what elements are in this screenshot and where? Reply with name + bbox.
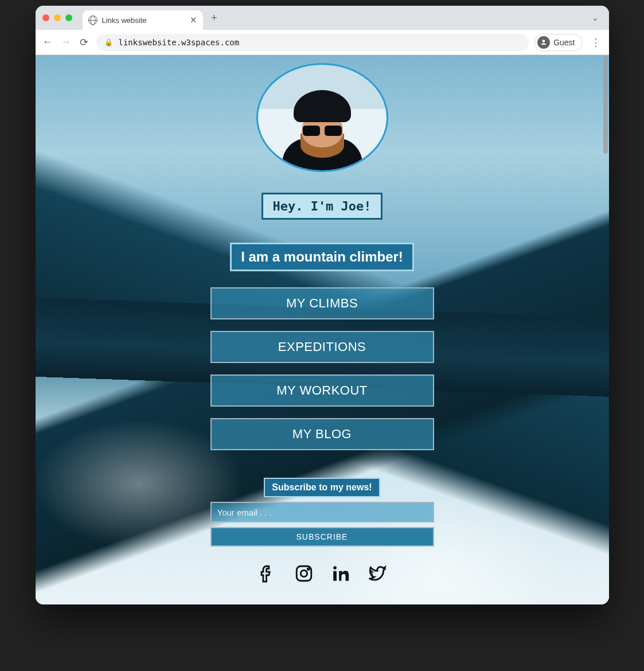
greeting-text: Hey. I'm Joe! — [272, 199, 371, 213]
close-tab-icon[interactable]: ✕ — [190, 15, 197, 25]
twitter-link[interactable] — [368, 564, 387, 586]
subscribe-section: Subscribe to my news! SUBSCRIBE — [210, 478, 434, 547]
linkedin-icon — [331, 564, 350, 583]
facebook-link[interactable] — [257, 564, 277, 586]
profile-chip[interactable]: Guest — [534, 34, 582, 51]
lock-icon: 🔒 — [104, 38, 113, 46]
svg-point-1 — [300, 570, 307, 576]
instagram-link[interactable] — [294, 564, 314, 586]
browser-tab[interactable]: Links website ✕ — [83, 10, 203, 30]
url-text: linkswebsite.w3spaces.com — [119, 38, 240, 47]
twitter-icon — [368, 564, 387, 583]
link-my-climbs[interactable]: MY CLIMBS — [210, 287, 434, 319]
subscribe-button-label: SUBSCRIBE — [296, 532, 348, 541]
tab-strip: Links website ✕ + ⌄ — [36, 6, 609, 30]
svg-point-3 — [333, 566, 337, 569]
page-content: Hey. I'm Joe! I am a mountain climber! M… — [36, 55, 609, 586]
browser-toolbar: ← → ⟳ 🔒 linkswebsite.w3spaces.com Guest … — [36, 30, 609, 55]
link-label: EXPEDITIONS — [278, 340, 366, 354]
address-bar[interactable]: 🔒 linkswebsite.w3spaces.com — [96, 34, 529, 51]
subtitle-text: I am a mountain climber! — [241, 249, 403, 264]
link-list: MY CLIMBS EXPEDITIONS MY WORKOUT MY BLOG — [210, 287, 434, 450]
forward-button[interactable]: → — [60, 36, 72, 48]
back-button[interactable]: ← — [41, 36, 54, 48]
link-label: MY WORKOUT — [276, 383, 368, 398]
link-label: MY BLOG — [292, 427, 352, 442]
browser-window: Links website ✕ + ⌄ ← → ⟳ 🔒 linkswebsite… — [36, 6, 609, 604]
fullscreen-window-button[interactable] — [65, 14, 72, 21]
facebook-icon — [257, 564, 277, 583]
link-my-workout[interactable]: MY WORKOUT — [210, 374, 434, 407]
linkedin-link[interactable] — [331, 564, 350, 586]
subscribe-heading: Subscribe to my news! — [264, 478, 380, 497]
avatar-icon — [537, 36, 550, 49]
subscribe-heading-text: Subscribe to my news! — [272, 482, 372, 492]
new-tab-button[interactable]: + — [206, 10, 223, 26]
subscribe-button[interactable]: SUBSCRIBE — [210, 527, 434, 547]
browser-menu-button[interactable]: ⋮ — [588, 36, 603, 49]
close-window-button[interactable] — [42, 14, 49, 21]
window-controls — [42, 14, 72, 21]
subtitle-badge: I am a mountain climber! — [230, 243, 414, 271]
profile-label: Guest — [553, 38, 575, 47]
link-expeditions[interactable]: EXPEDITIONS — [210, 331, 434, 363]
page-viewport: Hey. I'm Joe! I am a mountain climber! M… — [36, 55, 609, 604]
profile-photo — [256, 63, 388, 172]
social-links — [257, 564, 387, 586]
minimize-window-button[interactable] — [54, 14, 61, 21]
svg-point-2 — [307, 568, 309, 570]
link-my-blog[interactable]: MY BLOG — [210, 418, 434, 450]
email-input[interactable] — [210, 502, 434, 522]
reload-button[interactable]: ⟳ — [78, 36, 91, 49]
globe-icon — [88, 15, 97, 25]
tab-title: Links website — [102, 16, 147, 25]
link-label: MY CLIMBS — [286, 296, 358, 311]
instagram-icon — [294, 564, 314, 583]
greeting-badge: Hey. I'm Joe! — [261, 193, 382, 220]
tabs-menu-button[interactable]: ⌄ — [588, 13, 602, 22]
